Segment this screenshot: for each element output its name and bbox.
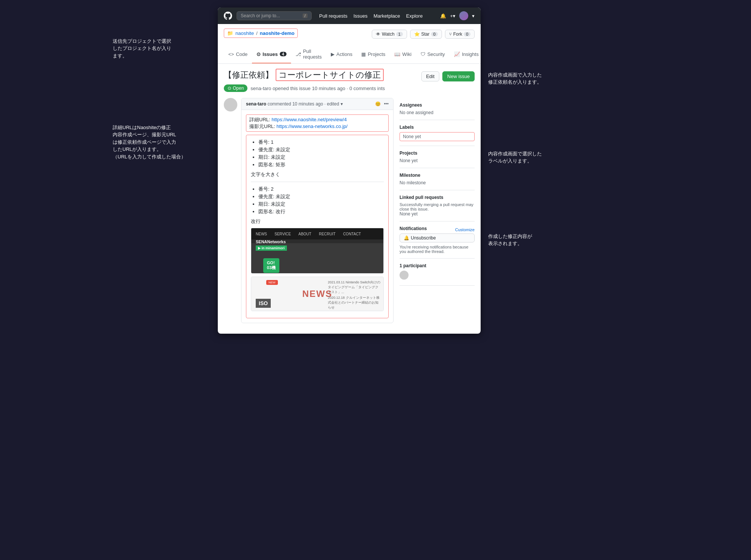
- participants-title: 1 participant: [400, 263, 475, 268]
- source-url-row: 撮影元URL: https://www.sena-networks.co.jp/: [249, 123, 385, 130]
- more-icon[interactable]: •••: [384, 101, 389, 107]
- nav-pull-requests[interactable]: Pull requests: [319, 13, 347, 19]
- nav-text-2: SERVICE: [274, 232, 291, 236]
- source-url-label: 撮影元URL:: [249, 123, 275, 129]
- user-avatar[interactable]: [459, 11, 468, 20]
- linked-pr-value: None yet: [400, 211, 475, 217]
- edit-button[interactable]: Edit: [421, 71, 439, 81]
- detail-url-row: 詳細URL: https://www.naoshite.net/preview/…: [249, 116, 385, 123]
- labels-title: Labels: [400, 125, 475, 130]
- edit-chevron: ▾: [341, 101, 343, 107]
- issue-body-layout: sena-taro commented 10 minutes ago · edi…: [224, 98, 475, 328]
- nav-text-4: RECRUIT: [319, 232, 335, 236]
- watch-button[interactable]: 👁 Watch 1: [372, 30, 407, 39]
- nav-text-5: CONTACT: [343, 232, 361, 236]
- comment-url-section: 詳細URL: https://www.naoshite.net/preview/…: [246, 114, 389, 132]
- item-2-shape: 図形名: 改行: [258, 208, 384, 215]
- tab-projects[interactable]: ▦ Projects: [357, 45, 390, 63]
- assignees-title: Assignees: [400, 102, 475, 108]
- comment-edited: edited: [327, 101, 339, 107]
- comment-author-info: sena-taro commented 10 minutes ago · edi…: [246, 101, 343, 107]
- news-list: 2021.03.11 Nintendo Switch向けのタイピングゲーム「タイ…: [328, 280, 380, 311]
- fork-button[interactable]: ⑂ Fork 0: [445, 30, 475, 39]
- sidebar-linked-pr: Linked pull requests Successfully mergin…: [400, 190, 475, 221]
- detail-url-link[interactable]: https://www.naoshite.net/preview/4: [271, 117, 347, 122]
- customize-link[interactable]: Customize: [455, 227, 475, 232]
- tab-code[interactable]: <> Code: [224, 45, 252, 63]
- tab-wiki[interactable]: 📖 Wiki: [390, 45, 416, 63]
- star-icon: ⭐: [414, 32, 420, 37]
- repo-icon: 📁: [227, 30, 233, 36]
- nav-right: 🔔 +▾ ▾: [440, 11, 475, 20]
- fork-icon: ⑂: [449, 32, 452, 37]
- repo-breadcrumb: 📁 naoshite / naoshite-demo: [224, 29, 298, 38]
- sidebar-notifications: Notifications Customize 🔔 Unsubscribe Yo…: [400, 221, 475, 259]
- bell-icon[interactable]: 🔔: [440, 13, 446, 19]
- tab-insights[interactable]: 📈 Insights: [449, 45, 481, 63]
- browser-frame: Search or jump to... / Pull requests Iss…: [218, 8, 481, 334]
- annotation-5: 作成した修正内容が 表示されます。: [488, 225, 571, 247]
- tab-security[interactable]: 🛡 Security: [416, 45, 449, 63]
- screenshot-logo: SENANetworks ▶ in minamimori GO!03機: [256, 239, 287, 251]
- unsubscribe-label: Unsubscribe: [411, 235, 436, 241]
- new-issue-button[interactable]: New issue: [442, 71, 475, 81]
- screenshot-dark-bg: NEWS SERVICE ABOUT RECRUIT CONTACT: [251, 228, 383, 273]
- search-placeholder: Search or jump to...: [241, 13, 280, 18]
- comment-author[interactable]: sena-taro: [246, 101, 266, 107]
- item-2-text: 改行: [251, 218, 384, 225]
- repo-tabs: <> Code ⊙ Issues 4 ⎇ Pull requests ▶ Act…: [224, 45, 475, 63]
- screenshot-nav: NEWS SERVICE ABOUT RECRUIT CONTACT: [251, 228, 383, 239]
- issues-count-badge: 4: [280, 52, 287, 56]
- issue-main-column: sena-taro commented 10 minutes ago · edi…: [224, 98, 394, 328]
- tab-pull-requests[interactable]: ⎇ Pull requests: [291, 45, 326, 63]
- unsubscribe-button[interactable]: 🔔 Unsubscribe: [400, 233, 475, 242]
- tab-actions[interactable]: ▶ Actions: [326, 45, 357, 63]
- participant-avatar: [400, 271, 409, 280]
- repo-name-link[interactable]: naoshite-demo: [260, 30, 294, 36]
- notifications-description: You're receiving notifications because y…: [400, 245, 475, 254]
- issue-status-text: Open: [233, 86, 244, 91]
- slash-key: /: [303, 14, 308, 18]
- annotation-3: 内容作成画面で入力した 修正依頼名が入ります。: [488, 64, 571, 86]
- annotation-4: 内容作成画面で選択した ラベルが入ります。: [488, 143, 571, 165]
- projects-title: Projects: [400, 151, 475, 156]
- new-badge: NEW: [266, 280, 278, 285]
- item-2-number: 番号: 2: [258, 186, 384, 193]
- nav-marketplace[interactable]: Marketplace: [374, 13, 400, 19]
- emoji-icon[interactable]: 😊: [375, 101, 381, 107]
- source-url-link[interactable]: https://www.sena-networks.co.jp/: [276, 123, 347, 129]
- nav-links: Pull requests Issues Marketplace Explore: [319, 13, 423, 19]
- sidebar-labels: Labels None yet: [400, 120, 475, 146]
- search-bar[interactable]: Search or jump to... /: [237, 11, 312, 20]
- labels-box: None yet: [400, 132, 475, 141]
- repo-owner-link[interactable]: naoshite: [235, 30, 254, 36]
- issue-meta: ⊙ Open sena-taro opened this issue 10 mi…: [224, 84, 475, 92]
- bell-small-icon: 🔔: [404, 235, 409, 241]
- nav-explore[interactable]: Explore: [406, 13, 423, 19]
- participants-list: [400, 271, 475, 281]
- sidebar-milestone: Milestone No milestone: [400, 168, 475, 190]
- github-logo: [224, 12, 232, 20]
- detail-url-label: 詳細URL:: [249, 117, 270, 122]
- item-1-number: 番号: 1: [258, 139, 384, 146]
- screenshot-1: NEWS SERVICE ABOUT RECRUIT CONTACT: [251, 228, 384, 274]
- plus-icon[interactable]: +▾: [450, 13, 455, 19]
- star-count: 0: [431, 32, 438, 36]
- milestone-title: Milestone: [400, 173, 475, 178]
- item-1-deadline: 期日: 未設定: [258, 154, 384, 161]
- chevron-icon: ▾: [472, 13, 475, 19]
- star-button[interactable]: ⭐ Star 0: [410, 30, 442, 39]
- github-navbar: Search or jump to... / Pull requests Iss…: [218, 8, 481, 24]
- projects-value: None yet: [400, 158, 475, 163]
- nav-issues[interactable]: Issues: [353, 13, 368, 19]
- projects-icon: ▦: [361, 51, 366, 57]
- comment-box: sena-taro commented 10 minutes ago · edi…: [224, 98, 394, 323]
- item-1-list: 番号: 1 優先度: 未設定 期日: 未設定 図形名: 矩形: [251, 139, 384, 168]
- tab-issues[interactable]: ⊙ Issues 4: [252, 45, 291, 63]
- item-1-text: 文字を大きく: [251, 171, 384, 178]
- eye-icon: 👁: [376, 32, 380, 37]
- item-1-shape: 図形名: 矩形: [258, 161, 384, 168]
- issue-title-actions: Edit New issue: [421, 71, 475, 81]
- sidebar-participants: 1 participant: [400, 259, 475, 286]
- comment-header-right: 😊 •••: [375, 101, 389, 107]
